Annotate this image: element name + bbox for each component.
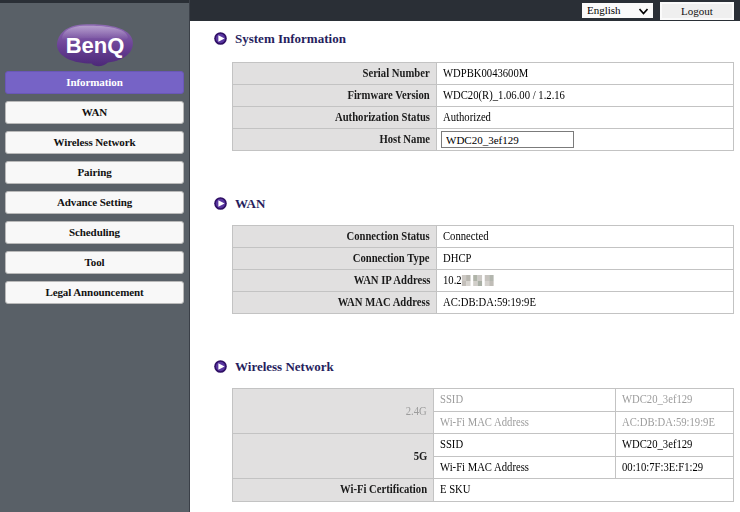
svg-text:BenQ: BenQ: [66, 33, 125, 58]
